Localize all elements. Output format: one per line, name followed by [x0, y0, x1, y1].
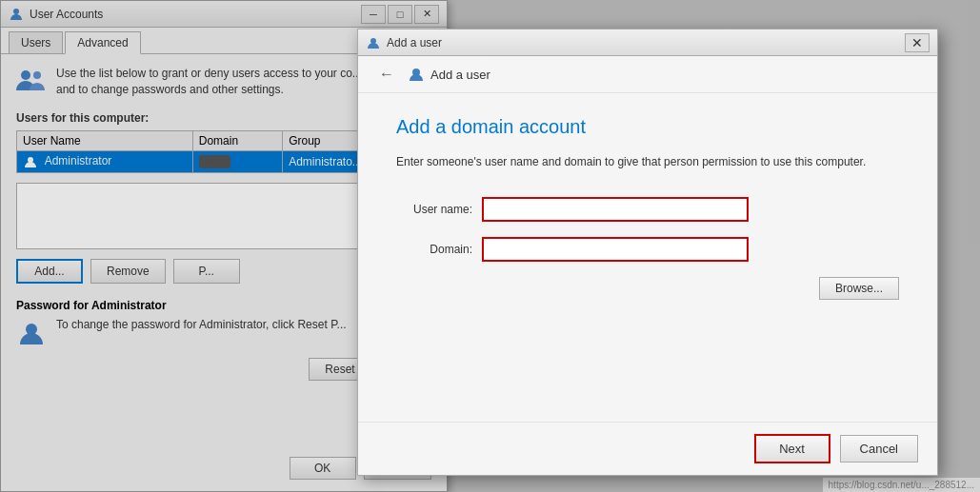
- dialog-title-icon: [366, 35, 381, 50]
- dialog-description: Enter someone's user name and domain to …: [396, 153, 899, 170]
- dialog-nav-icon: [408, 66, 425, 83]
- cancel-dialog-button[interactable]: Cancel: [840, 435, 918, 462]
- dialog-nav: ← Add a user: [358, 56, 937, 93]
- username-row: User name:: [396, 197, 899, 222]
- nav-back-button[interactable]: ←: [373, 64, 400, 85]
- browse-button[interactable]: Browse...: [819, 277, 899, 300]
- add-user-dialog: Add a user ✕ ← Add a user Add a domain a…: [357, 29, 938, 476]
- username-label: User name:: [396, 203, 482, 216]
- dialog-heading: Add a domain account: [396, 116, 899, 138]
- dialog-titlebar: Add a user ✕: [358, 30, 937, 56]
- username-input[interactable]: [482, 197, 749, 222]
- dialog-title-text: Add a user: [366, 35, 442, 50]
- domain-row: Domain:: [396, 237, 899, 262]
- browse-row: Browse...: [396, 277, 899, 300]
- domain-input[interactable]: [482, 237, 749, 262]
- dialog-footer: Next Cancel: [358, 422, 937, 475]
- dialog-close-button[interactable]: ✕: [905, 33, 930, 52]
- domain-label: Domain:: [396, 243, 482, 256]
- dialog-nav-title: Add a user: [408, 66, 490, 83]
- dialog-content: Add a domain account Enter someone's use…: [358, 93, 937, 323]
- next-button[interactable]: Next: [754, 434, 830, 463]
